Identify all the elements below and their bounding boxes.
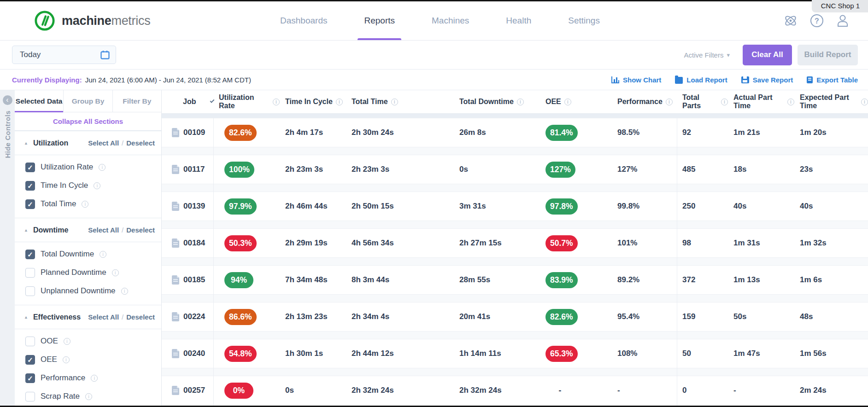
column-header[interactable]: Expected Part Time bbox=[794, 93, 868, 110]
total-time-cell: 2h 44m 12s bbox=[346, 349, 454, 358]
deselect-link[interactable]: Deselect bbox=[126, 226, 155, 234]
table-action-link[interactable]: Export Table bbox=[807, 76, 858, 84]
build-report-button[interactable]: Build Report bbox=[798, 45, 858, 65]
help-icon[interactable]: ? bbox=[810, 14, 824, 28]
table-row[interactable]: 00240 54.8% 1h 30m 1s 2h 44m 12s 1h 14m … bbox=[162, 339, 868, 368]
select-all-link[interactable]: Select All bbox=[88, 226, 119, 234]
select-all-link[interactable]: Select All bbox=[88, 139, 119, 147]
table-row[interactable]: 00257 0% 0s 2h 32m 24s 2h 32m 24s - - 0 bbox=[162, 376, 868, 405]
date-range-picker[interactable]: Today bbox=[12, 46, 116, 64]
metric-checkbox-item[interactable]: Planned Downtime bbox=[15, 263, 161, 282]
table-row[interactable]: 00109 82.6% 2h 4m 17s 2h 30m 24s 26m 8s … bbox=[162, 118, 868, 147]
integrations-icon[interactable] bbox=[783, 14, 798, 28]
display-range-bar: Currently Displaying: Jun 24, 2021 (6:00… bbox=[0, 70, 868, 90]
machinemetrics-logo-icon bbox=[34, 10, 55, 31]
nav-item[interactable]: Reports bbox=[364, 1, 395, 40]
column-header[interactable]: Total Parts bbox=[677, 93, 728, 110]
checkbox[interactable] bbox=[25, 392, 35, 401]
metric-checkbox-item[interactable]: OEE bbox=[15, 350, 161, 369]
collapse-section-icon[interactable]: ▲ bbox=[24, 141, 28, 145]
metric-checkbox-item[interactable]: Time In Cycle bbox=[15, 176, 161, 195]
table-action-link[interactable]: Load Report bbox=[675, 76, 727, 84]
checkbox[interactable] bbox=[25, 373, 35, 383]
clear-all-button[interactable]: Clear All bbox=[743, 45, 792, 65]
table-row[interactable]: 00184 50.3% 2h 29m 19s 4h 56m 34s 2h 27m… bbox=[162, 228, 868, 258]
table-row[interactable]: 00185 94% 7h 34m 48s 8h 3m 44s 28m 55s 8… bbox=[162, 265, 868, 295]
checkbox[interactable] bbox=[25, 250, 35, 259]
expected-part-time-cell: 1m 56s bbox=[794, 349, 868, 358]
column-header[interactable]: Job bbox=[162, 98, 213, 106]
expected-part-time-cell: 48s bbox=[794, 312, 868, 321]
total-downtime-cell: 2h 32m 24s bbox=[454, 386, 540, 395]
expected-part-time-cell: 1m 32s bbox=[794, 238, 868, 248]
column-header[interactable]: Total Time bbox=[346, 98, 454, 106]
header-shadow-band bbox=[162, 114, 868, 118]
metric-checkbox-item[interactable]: Unplanned Downtime bbox=[15, 282, 161, 300]
table-row[interactable]: 00117 100% 2h 23m 3s 2h 23m 3s 0s 127% 1… bbox=[162, 155, 868, 184]
metric-checkbox-item[interactable]: OOE bbox=[15, 332, 161, 350]
app-header: machinemetrics Dashboards Reports Machin… bbox=[0, 1, 868, 41]
job-document-icon bbox=[172, 128, 179, 137]
actual-part-time-cell: 50s bbox=[728, 312, 794, 321]
profile-icon[interactable] bbox=[836, 14, 850, 28]
deselect-link[interactable]: Deselect bbox=[126, 313, 155, 321]
collapse-panel-icon[interactable]: ‹ bbox=[3, 95, 12, 105]
brand-logo[interactable]: machinemetrics bbox=[34, 10, 150, 31]
time-in-cycle-cell: 1h 30m 1s bbox=[280, 349, 346, 358]
column-header[interactable]: Time In Cycle bbox=[280, 98, 346, 106]
deselect-link[interactable]: Deselect bbox=[126, 139, 155, 147]
metric-checkbox-item[interactable]: Scrap Rate bbox=[15, 387, 161, 406]
metric-label: OEE bbox=[41, 355, 57, 364]
time-in-cycle-cell: 2h 29m 19s bbox=[280, 238, 346, 248]
collapse-all-link[interactable]: Collapse All Sections bbox=[53, 117, 123, 125]
collapse-section-icon[interactable]: ▲ bbox=[24, 228, 28, 233]
checkbox[interactable] bbox=[25, 268, 35, 278]
checkbox[interactable] bbox=[25, 199, 35, 209]
performance-cell: 89.2% bbox=[612, 275, 677, 285]
sidebar-tab[interactable]: Group By bbox=[64, 90, 112, 112]
checkbox[interactable] bbox=[25, 286, 35, 296]
info-icon bbox=[100, 251, 106, 258]
total-parts-cell: 485 bbox=[677, 165, 728, 174]
total-parts-cell: 0 bbox=[677, 386, 728, 395]
nav-item[interactable]: Health bbox=[506, 1, 531, 40]
metric-checkbox-item[interactable]: Performance bbox=[15, 369, 161, 387]
column-header[interactable]: OEE bbox=[540, 98, 612, 106]
hide-controls-strip[interactable]: ‹ Hide Controls bbox=[0, 90, 15, 407]
table-action-link[interactable]: Save Report bbox=[741, 76, 793, 84]
metric-label: Planned Downtime bbox=[41, 268, 106, 277]
oee-cell: 127% bbox=[540, 162, 612, 178]
metric-checkbox-item[interactable]: Total Time bbox=[15, 195, 161, 213]
column-header[interactable]: Actual Part Time bbox=[728, 93, 794, 110]
metric-checkbox-item[interactable]: Utilization Rate bbox=[15, 158, 161, 176]
checkbox[interactable] bbox=[25, 181, 35, 191]
active-filters-dropdown[interactable]: Active Filters ▾ bbox=[684, 51, 730, 59]
chevron-down-icon: ▾ bbox=[727, 52, 730, 58]
metric-label: Performance bbox=[41, 373, 85, 383]
table-action-link[interactable]: Show Chart bbox=[611, 76, 661, 84]
calendar-icon bbox=[100, 50, 110, 60]
column-header[interactable]: Utilization Rate bbox=[213, 93, 280, 110]
column-header[interactable]: Total Downtime bbox=[454, 98, 540, 106]
table-row[interactable]: 00139 97.9% 2h 46m 44s 2h 50m 15s 3m 31s… bbox=[162, 192, 868, 221]
table-row[interactable]: 00224 86.6% 2h 13m 23s 2h 34m 4s 20m 41s… bbox=[162, 302, 868, 331]
metric-checkbox-item[interactable]: Total Downtime bbox=[15, 245, 161, 263]
job-cell: 00224 bbox=[162, 312, 213, 321]
sidebar-tab[interactable]: Selected Data bbox=[15, 90, 64, 112]
sidebar-tab[interactable]: Filter By bbox=[113, 90, 161, 112]
header-icons: ? bbox=[783, 14, 850, 28]
checkbox[interactable] bbox=[25, 337, 35, 346]
select-all-link[interactable]: Select All bbox=[88, 313, 119, 321]
checkbox[interactable] bbox=[25, 355, 35, 365]
nav-item[interactable]: Settings bbox=[568, 1, 600, 40]
total-parts-cell: 92 bbox=[677, 128, 728, 137]
info-icon bbox=[91, 375, 98, 382]
nav-item[interactable]: Machines bbox=[432, 1, 469, 40]
sidebar-section: ▲ Downtime Select All / Deselect Tota bbox=[15, 218, 161, 305]
checkbox[interactable] bbox=[25, 163, 35, 172]
displayed-date-range: Jun 24, 2021 (6:00 AM) - Jun 24, 2021 (8… bbox=[85, 76, 251, 84]
nav-item[interactable]: Dashboards bbox=[280, 1, 327, 40]
collapse-section-icon[interactable]: ▲ bbox=[24, 315, 28, 320]
column-header[interactable]: Performance bbox=[612, 98, 677, 106]
info-icon bbox=[85, 393, 92, 400]
